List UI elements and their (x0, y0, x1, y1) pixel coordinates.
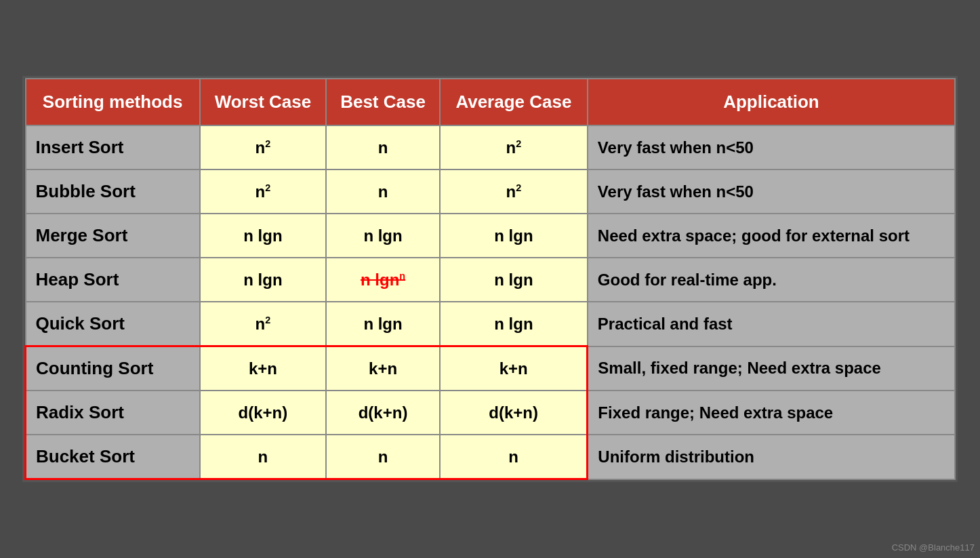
row-app-3: Good for real-time app. (588, 258, 955, 302)
row-app-6: Fixed range; Need extra space (588, 391, 955, 435)
row-avg-7: n (440, 435, 588, 479)
row-avg-3: n lgn (440, 258, 588, 302)
row-name-3: Heap Sort (26, 258, 200, 302)
header-sorting-methods: Sorting methods (26, 79, 200, 125)
row-worst-4: n2 (200, 302, 326, 346)
row-worst-1: n2 (200, 170, 326, 214)
row-avg-2: n lgn (440, 214, 588, 258)
row-app-1: Very fast when n<50 (588, 170, 955, 214)
row-app-2: Need extra space; good for external sort (588, 214, 955, 258)
row-avg-6: d(k+n) (440, 391, 588, 435)
row-best-4: n lgn (326, 302, 440, 346)
row-worst-6: d(k+n) (200, 391, 326, 435)
watermark: CSDN @Blanche117 (892, 542, 975, 553)
row-best-6: d(k+n) (326, 391, 440, 435)
row-name-6: Radix Sort (26, 391, 200, 435)
row-best-0: n (326, 125, 440, 170)
row-best-3: n lgnn (326, 258, 440, 302)
row-app-0: Very fast when n<50 (588, 125, 955, 170)
row-app-5: Small, fixed range; Need extra space (588, 346, 955, 391)
row-app-7: Uniform distribution (588, 435, 955, 479)
table-wrapper: Sorting methods Worst Case Best Case Ave… (22, 76, 958, 482)
row-worst-3: n lgn (200, 258, 326, 302)
row-app-4: Practical and fast (588, 302, 955, 346)
row-best-5: k+n (326, 346, 440, 391)
row-worst-0: n2 (200, 125, 326, 170)
row-name-5: Counting Sort (26, 346, 200, 391)
header-worst-case: Worst Case (200, 79, 326, 125)
row-worst-7: n (200, 435, 326, 479)
header-average-case: Average Case (440, 79, 588, 125)
row-name-4: Quick Sort (26, 302, 200, 346)
row-avg-5: k+n (440, 346, 588, 391)
row-name-1: Bubble Sort (26, 170, 200, 214)
row-avg-1: n2 (440, 170, 588, 214)
row-best-1: n (326, 170, 440, 214)
header-application: Application (588, 79, 955, 125)
row-worst-2: n lgn (200, 214, 326, 258)
row-avg-4: n lgn (440, 302, 588, 346)
row-best-2: n lgn (326, 214, 440, 258)
header-best-case: Best Case (326, 79, 440, 125)
row-avg-0: n2 (440, 125, 588, 170)
row-worst-5: k+n (200, 346, 326, 391)
row-name-0: Insert Sort (26, 125, 200, 170)
row-name-2: Merge Sort (26, 214, 200, 258)
row-best-7: n (326, 435, 440, 479)
row-name-7: Bucket Sort (26, 435, 200, 479)
sorting-table: Sorting methods Worst Case Best Case Ave… (24, 78, 956, 480)
